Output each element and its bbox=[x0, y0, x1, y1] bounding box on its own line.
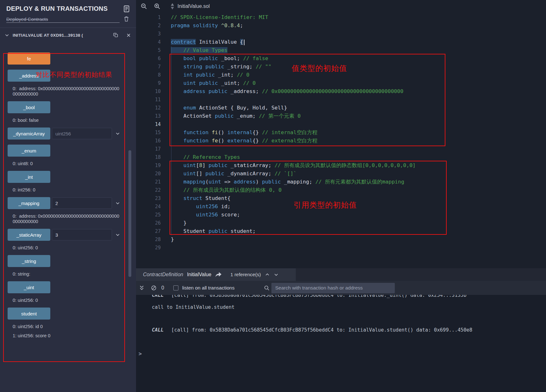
call-button-_bool[interactable]: _bool bbox=[8, 101, 50, 113]
code-line: 8 int public _int; // 0 bbox=[136, 71, 546, 79]
references-count[interactable]: 1 reference(s) bbox=[230, 272, 261, 277]
code-text: } bbox=[171, 219, 187, 227]
call-row: _staticArray bbox=[8, 229, 122, 241]
code-line: 18 // Reference Types bbox=[136, 153, 546, 161]
code-text: uint[8] public _staticArray; // 所有成员设为其默… bbox=[171, 161, 416, 170]
code-editor: InitialValue.sol 1// SPDX-License-Identi… bbox=[136, 0, 546, 268]
line-number: 16 bbox=[136, 137, 161, 145]
listen-all-transactions-label[interactable]: listen on all transactions bbox=[182, 281, 234, 295]
code-area[interactable]: 1// SPDX-License-Identifier: MIT2pragma … bbox=[136, 13, 546, 268]
return-value: 0: uint8: 0 bbox=[8, 161, 120, 166]
copy-icon[interactable] bbox=[113, 32, 119, 38]
code-text: contract InitialValue { bbox=[171, 38, 245, 46]
line-number: 10 bbox=[136, 87, 161, 96]
call-button-_int[interactable]: _int bbox=[8, 171, 50, 183]
code-text: // 所有成员设为其默认值的结构体 0, 0 bbox=[171, 186, 282, 194]
solidity-icon bbox=[170, 3, 175, 9]
call-row: _mapping bbox=[8, 197, 122, 209]
code-line: 7 string public _string; // "" bbox=[136, 63, 546, 71]
call-row: fe bbox=[8, 53, 50, 65]
terminal-log-line[interactable]: call to InitialValue.student bbox=[152, 304, 234, 310]
terminal-log-line[interactable]: CALL[call] from: 0x5B38Da6a701c568545dCf… bbox=[152, 327, 472, 333]
close-icon[interactable] bbox=[126, 33, 131, 38]
chevron-down-icon[interactable] bbox=[114, 131, 122, 136]
scrollbar[interactable] bbox=[128, 150, 131, 277]
code-line: 23 struct Student{ bbox=[136, 194, 546, 202]
chevron-down-icon[interactable] bbox=[114, 232, 122, 237]
line-number: 27 bbox=[136, 227, 161, 235]
arg-input-_dynamicArray[interactable] bbox=[52, 128, 112, 139]
deployed-contract-card: INITIALVALUE AT 0XD91...39138 ( fe_addre… bbox=[0, 28, 136, 340]
chevron-down-icon[interactable] bbox=[274, 272, 279, 277]
call-row: _int bbox=[8, 171, 50, 183]
chevron-down-icon[interactable] bbox=[114, 201, 122, 206]
call-badge: CALL bbox=[152, 327, 164, 333]
search-icon bbox=[264, 285, 270, 291]
return-value: 0: bool: false bbox=[8, 118, 120, 123]
code-text: ActionSet public _enum; // 第一个元素 0 bbox=[171, 112, 301, 120]
call-button-_mapping[interactable]: _mapping bbox=[8, 197, 50, 209]
call-button-_dynamicArray[interactable]: _dynamicArray bbox=[8, 128, 50, 140]
return-value: 0: address: 0x00000000000000000000000000… bbox=[8, 214, 120, 224]
call-button-student[interactable]: student bbox=[8, 308, 50, 320]
call-button-fe[interactable]: fe bbox=[8, 53, 50, 65]
listen-all-transactions-checkbox[interactable] bbox=[173, 285, 178, 290]
code-text: function fe() external{} // external空白方程 bbox=[171, 137, 317, 145]
code-line: 22 // 所有成员设为其默认值的结构体 0, 0 bbox=[136, 186, 546, 194]
text-cursor bbox=[244, 40, 245, 45]
tab-initialvalue-sol[interactable]: InitialValue.sol bbox=[170, 3, 210, 9]
return-value: 0: uint256: id 0 bbox=[8, 324, 120, 329]
terminal-toolbar: 0 listen on all transactions bbox=[136, 281, 546, 295]
code-line: 16 function fe() external{} // external空… bbox=[136, 137, 546, 145]
code-line: 26 } bbox=[136, 219, 546, 227]
call-button-_enum[interactable]: _enum bbox=[8, 145, 50, 157]
arg-input-_mapping[interactable] bbox=[52, 197, 112, 209]
chevron-up-icon[interactable] bbox=[265, 272, 270, 277]
call-row: _enum bbox=[8, 145, 50, 157]
zoom-out-icon[interactable] bbox=[140, 3, 147, 10]
line-number: 13 bbox=[136, 112, 161, 120]
call-button-_address[interactable]: _address bbox=[8, 70, 50, 82]
code-line: 13 ActionSet public _enum; // 第一个元素 0 bbox=[136, 112, 546, 120]
code-text: bool public _bool; // false bbox=[171, 54, 268, 63]
call-button-_staticArray[interactable]: _staticArray bbox=[8, 229, 50, 241]
return-value: 0: string: bbox=[8, 271, 120, 277]
line-number: 22 bbox=[136, 186, 161, 194]
code-line: 5 // Value Types bbox=[136, 46, 546, 54]
line-number: 11 bbox=[136, 96, 161, 104]
call-row: student bbox=[8, 308, 50, 320]
chevron-down-icon[interactable] bbox=[4, 33, 9, 38]
call-row: _uint bbox=[8, 281, 50, 293]
call-button-_uint[interactable]: _uint bbox=[8, 281, 50, 293]
line-number: 15 bbox=[136, 128, 161, 137]
code-text: uint256 id; bbox=[171, 202, 231, 211]
code-line: 1// SPDX-License-Identifier: MIT bbox=[136, 13, 546, 22]
code-line: 9 uint public _uint; // 0 bbox=[136, 79, 546, 87]
line-number: 19 bbox=[136, 161, 161, 170]
zoom-in-icon[interactable] bbox=[154, 3, 161, 10]
trash-icon[interactable] bbox=[124, 16, 129, 22]
return-value: 0: int256: 0 bbox=[8, 187, 120, 193]
panel-menu-icon[interactable] bbox=[123, 5, 130, 12]
line-number: 25 bbox=[136, 211, 161, 219]
arg-input-_staticArray[interactable] bbox=[52, 229, 112, 240]
contract-instance-title[interactable]: INITIALVALUE AT 0XD91...39138 ( bbox=[13, 33, 110, 38]
expand-terminal-icon[interactable] bbox=[139, 285, 145, 291]
clear-console-icon[interactable] bbox=[151, 285, 157, 291]
line-number: 17 bbox=[136, 145, 161, 153]
call-button-_string[interactable]: _string bbox=[8, 255, 50, 267]
line-number: 29 bbox=[136, 244, 161, 252]
code-line: 17 bbox=[136, 145, 546, 153]
code-line: 6 bool public _bool; // false bbox=[136, 54, 546, 63]
code-line: 15 function fi() internal{} // internal空… bbox=[136, 128, 546, 137]
code-line: 24 uint256 id; bbox=[136, 202, 546, 211]
code-text: address public _address; // 0x0000000000… bbox=[171, 87, 403, 96]
line-number: 21 bbox=[136, 178, 161, 186]
code-text: uint[] public _dynamicArray; // `[]` bbox=[171, 170, 296, 178]
call-row: _address bbox=[8, 70, 50, 82]
code-text: mapping(uint => address) public _mapping… bbox=[171, 178, 404, 186]
log-text: call to InitialValue.student bbox=[152, 304, 234, 310]
terminal-search-input[interactable] bbox=[271, 283, 395, 293]
line-number: 7 bbox=[136, 63, 161, 71]
go-to-definition-icon[interactable] bbox=[215, 272, 222, 277]
